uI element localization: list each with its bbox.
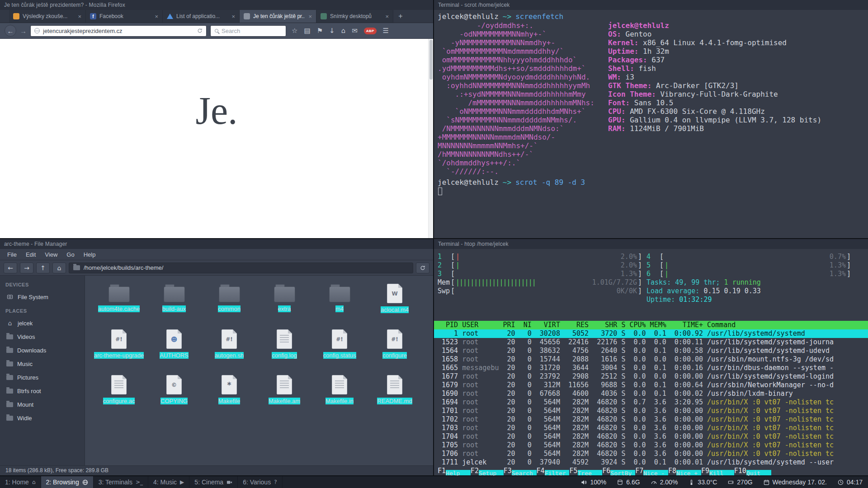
file-manager-titlebar[interactable]: arc-theme - File Manager xyxy=(0,239,433,249)
file-item[interactable]: build-aux xyxy=(146,281,202,327)
htop-terminal-titlebar[interactable]: Terminal - htop /home/jelcek xyxy=(434,239,868,249)
workspace-button-4-music[interactable]: 4: Music▶ xyxy=(148,476,189,488)
file-item[interactable]: #!arc-theme-upgrade xyxy=(91,327,146,372)
sidebar-item-jelcek[interactable]: ⌂jelcek xyxy=(0,316,85,330)
tab-close-icon[interactable]: × xyxy=(384,13,389,20)
scrollbar-thumb[interactable] xyxy=(429,40,433,80)
sidebar-item-pictures[interactable]: Pictures xyxy=(0,371,85,384)
sidebar-item-music[interactable]: Music xyxy=(0,357,85,371)
fn-label[interactable]: Nice - xyxy=(643,470,668,475)
process-table-header[interactable]: PID USER PRI NI VIRT RES SHR S CPU% MEM%… xyxy=(434,321,868,329)
fn-label[interactable]: Quit xyxy=(746,470,771,475)
file-item[interactable]: autom4te.cache xyxy=(91,281,146,327)
workspace-button-3-terminals[interactable]: 3: Terminals>_ xyxy=(94,476,148,488)
up-button[interactable]: ↑ xyxy=(36,263,50,273)
file-item[interactable]: README.md xyxy=(367,372,422,418)
fn-key[interactable]: F10 xyxy=(734,467,746,475)
bookmark-star-icon[interactable]: ☆ xyxy=(292,27,297,35)
home-icon[interactable]: ⌂ xyxy=(341,27,346,35)
path-text[interactable]: /home/jelcek/builds/arc-theme/ xyxy=(84,264,163,271)
workspace-button-1-home[interactable]: 1: Home⌂ xyxy=(0,476,41,488)
forward-button[interactable]: → xyxy=(20,263,33,273)
menu-icon[interactable]: ☰ xyxy=(383,27,389,35)
home-button[interactable]: ⌂ xyxy=(52,263,66,273)
file-item[interactable]: ☻AUTHORS xyxy=(146,327,202,372)
file-item[interactable]: m4 xyxy=(312,281,367,327)
file-item[interactable]: extra xyxy=(257,281,312,327)
htop-terminal-body[interactable]: 1[|2.0%]2[|2.0%]3[1.3%]Mem[|||||||||||||… xyxy=(434,249,868,475)
forward-button[interactable]: → xyxy=(20,27,27,35)
fn-label[interactable]: Setup xyxy=(479,470,504,475)
file-item[interactable]: Makefile.am xyxy=(257,372,312,418)
tab-close-icon[interactable]: × xyxy=(231,13,235,20)
file-item[interactable]: Waclocal.m4 xyxy=(367,281,422,327)
fn-key[interactable]: F9 xyxy=(701,467,709,475)
browser-tab[interactable]: Výsledky zkouše...× xyxy=(9,10,86,23)
tab-close-icon[interactable]: × xyxy=(307,13,312,20)
firefox-titlebar[interactable]: Je ten čůrák ještě prezidentem? - Mozill… xyxy=(0,0,433,10)
file-item[interactable]: common xyxy=(202,281,257,327)
scrollbar[interactable] xyxy=(428,39,433,238)
adblock-badge[interactable]: ABP xyxy=(364,28,377,34)
messages-icon[interactable]: ✉ xyxy=(352,27,358,35)
menu-edit[interactable]: Edit xyxy=(21,251,40,258)
file-item[interactable]: #!configure xyxy=(367,327,422,372)
fn-key[interactable]: F4 xyxy=(537,467,545,475)
file-item[interactable]: #!config.status xyxy=(312,327,367,372)
fn-key[interactable]: F5 xyxy=(569,467,577,475)
workspace-button-5-cinema[interactable]: 5: Cinema xyxy=(189,476,238,488)
fn-label[interactable]: SortBy xyxy=(610,470,635,475)
menu-help[interactable]: Help xyxy=(79,251,100,258)
scrot-terminal-body[interactable]: jelcek@tehlulz~>screenfetch -/oyddmdhs+:… xyxy=(434,10,868,238)
tab-close-icon[interactable]: × xyxy=(77,13,81,20)
fn-label[interactable]: Tree xyxy=(578,470,603,475)
pocket-icon[interactable]: ⚑ xyxy=(317,27,323,35)
file-item[interactable]: ©COPYING xyxy=(146,372,202,418)
sidebar-item-btrfs-root[interactable]: Btrfs root xyxy=(0,384,85,398)
back-button[interactable]: ← xyxy=(4,263,17,273)
fn-label[interactable]: Nice + xyxy=(676,470,701,475)
browser-tab[interactable]: List of applicatio...× xyxy=(163,10,240,23)
fn-key[interactable]: F7 xyxy=(635,467,643,475)
browser-tab[interactable]: fFacebook× xyxy=(86,10,163,23)
fn-key[interactable]: F1 xyxy=(438,467,446,475)
sidebar-item-widle[interactable]: Widle xyxy=(0,411,85,425)
downloads-icon[interactable]: ↓ xyxy=(329,27,335,35)
fn-label[interactable]: Help xyxy=(446,470,471,475)
file-item[interactable]: configure.ac xyxy=(91,372,146,418)
bookmarks-menu-icon[interactable]: ▤ xyxy=(304,27,310,35)
workspace-button-6-various[interactable]: 6: Various? xyxy=(238,476,282,488)
workspace-button-2-browsing[interactable]: 2: Browsing xyxy=(41,476,94,488)
new-tab-button[interactable]: + xyxy=(393,10,408,23)
sidebar-item-downloads[interactable]: Downloads xyxy=(0,343,85,357)
fn-label[interactable]: Kill xyxy=(709,470,734,475)
file-item[interactable]: #!autogen.sh xyxy=(202,327,257,372)
browser-tab[interactable]: Snímky desktopů× xyxy=(316,10,393,23)
scrot-terminal-titlebar[interactable]: Terminal - scrot /home/jelcek xyxy=(434,0,868,10)
file-item[interactable]: config.log xyxy=(257,327,312,372)
search-bar[interactable]: Search xyxy=(210,25,286,37)
back-button[interactable]: ← xyxy=(5,25,16,37)
refresh-button[interactable] xyxy=(416,263,429,273)
url-text[interactable]: jetencurakjesteprezidentem.cz xyxy=(43,28,194,34)
reload-icon[interactable] xyxy=(197,28,203,33)
file-item[interactable]: *Makefile xyxy=(202,372,257,418)
path-bar[interactable]: /home/jelcek/builds/arc-theme/ xyxy=(69,263,413,273)
fn-key[interactable]: F2 xyxy=(471,467,479,475)
menu-view[interactable]: View xyxy=(40,251,62,258)
menu-go[interactable]: Go xyxy=(62,251,79,258)
sidebar-item-mount[interactable]: Mount xyxy=(0,398,85,411)
sidebar-item-videos[interactable]: Videos xyxy=(0,330,85,343)
tab-close-icon[interactable]: × xyxy=(154,13,158,20)
file-item[interactable]: Makefile.in xyxy=(312,372,367,418)
sidebar-item-file-system[interactable]: File System xyxy=(0,290,85,304)
file-view[interactable]: autom4te.cachebuild-auxcommonextram4Wacl… xyxy=(85,276,433,465)
fn-key[interactable]: F3 xyxy=(504,467,512,475)
fn-label[interactable]: Filter xyxy=(545,470,570,475)
browser-tab[interactable]: Je ten čůrák ještě pr...× xyxy=(240,10,316,23)
fn-label[interactable]: Search xyxy=(512,470,537,475)
fn-key[interactable]: F6 xyxy=(602,467,610,475)
fn-key[interactable]: F8 xyxy=(668,467,676,475)
menu-file[interactable]: File xyxy=(3,251,21,258)
url-bar[interactable]: jetencurakjesteprezidentem.cz xyxy=(30,25,207,37)
